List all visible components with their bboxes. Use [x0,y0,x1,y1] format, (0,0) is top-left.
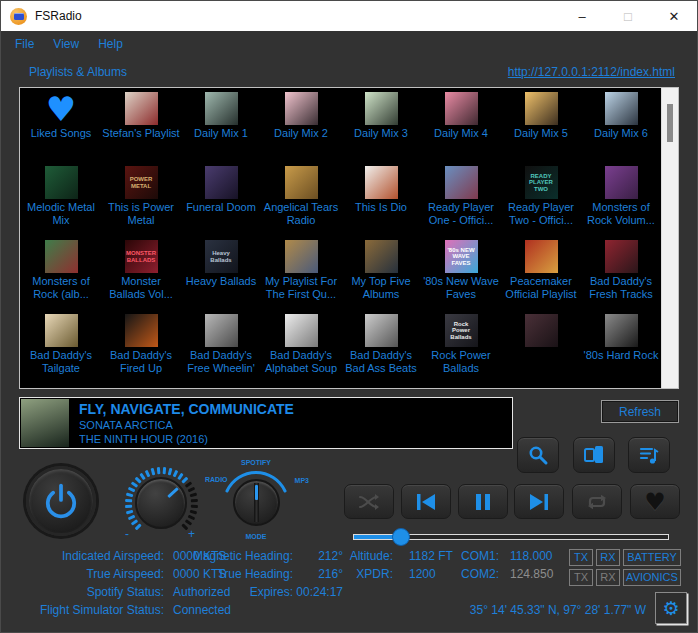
album-art [285,314,318,347]
album-art [285,166,318,199]
pause-button[interactable] [458,484,508,519]
playlist-tile[interactable]: Peacemaker Official Playlist [501,237,581,311]
album-art [525,240,558,273]
volume-knob[interactable]: - + [121,463,201,543]
playlist-tile-label: Angelical Tears Radio [262,201,340,227]
playlist-tile[interactable]: READY PLAYER TWO Ready Player Two - Offi… [501,163,581,237]
playlist-tile-label: Ready Player Two - Offici... [502,201,580,227]
altitude-status-column: Altitude:1182 FTXPDR:1200 [331,548,453,584]
index-url-link[interactable]: http://127.0.0.1:2112/index.html [508,65,675,79]
playlist-tile[interactable]: '80s Hard Rock [581,311,661,385]
playlist-tile[interactable]: Angelical Tears Radio [261,163,341,237]
playlist-tile-label: Daily Mix 3 [354,127,408,140]
next-button[interactable] [514,484,564,519]
playlist-tile[interactable]: Daily Mix 3 [341,89,421,163]
album-art: READY PLAYER TWO [525,166,558,199]
playlist-tile-label: Ready Player One - Offici... [422,201,500,227]
status-row: Expires:00:24:17 [151,584,343,602]
album-art [525,92,558,125]
power-button[interactable] [26,466,96,536]
playlist-tile[interactable]: '80s NEW WAVE FAVES '80s New Wave Faves [421,237,501,311]
playlist-tile[interactable]: Funeral Doom [181,163,261,237]
settings-button[interactable]: ⚙ [655,592,687,624]
playlist-tile[interactable]: Daily Mix 1 [181,89,261,163]
minimize-button[interactable]: – [559,1,605,31]
playlist-tile-label: Peacemaker Official Playlist [502,275,580,301]
power-icon [39,479,83,523]
app-icon [10,8,27,25]
playlist-tile[interactable]: Bad Daddy's Alphabet Soup [261,311,341,385]
playlist-tile[interactable]: Bad Daddy's Bad Ass Beats [341,311,421,385]
playlist-tile-label: Monster Ballads Vol... [102,275,180,301]
avionics-indicator: AVIONICS [623,569,681,586]
playlist-tile[interactable]: Stefan's Playlist [101,89,181,163]
vertical-scrollbar[interactable] [661,88,678,388]
rx-indicator: RX [596,549,620,566]
fsradio-window: FSRadio – □ ✕ File View Help Playlists &… [0,0,698,633]
menu-view[interactable]: View [53,37,79,51]
volume-knob-dial[interactable] [135,477,187,529]
playlist-tile[interactable]: My Top Five Albums [341,237,421,311]
track-title: FLY, NAVIGATE, COMMUNICATE [79,401,294,417]
playlist-tile[interactable]: Melodic Metal Mix [21,163,101,237]
menu-help[interactable]: Help [98,37,123,51]
mode-knob[interactable]: SPOTIFY RADIO MP3 MODE [206,459,306,539]
shuffle-button[interactable] [344,484,394,519]
mode-knob-dial[interactable] [233,479,280,526]
playlist-tile[interactable]: ♥ Liked Songs [21,89,101,163]
playlist-tile-label: Bad Daddy's Bad Ass Beats [342,349,420,375]
album-art [45,166,78,199]
playlist-tile[interactable]: Daily Mix 4 [421,89,501,163]
playlist-tile[interactable]: Ready Player One - Offici... [421,163,501,237]
slider-thumb[interactable] [392,528,410,546]
previous-button[interactable] [401,484,451,519]
playlist-tile[interactable]: Daily Mix 2 [261,89,341,163]
playlist-tile[interactable]: Monsters of Rock (alb... [21,237,101,311]
playlist-tile[interactable]: Monsters of Rock Volum... [581,163,661,237]
mode-label: MODE [206,533,306,540]
status-row: Altitude:1182 FT [331,548,453,566]
album-art [45,240,78,273]
playlist-tile[interactable]: My Playlist For The First Qu... [261,237,341,311]
playlist-tile-label: Heavy Ballads [186,275,256,288]
album-art [45,314,78,347]
playlist-tile[interactable]: Daily Mix 5 [501,89,581,163]
album-art [285,240,318,273]
title-bar: FSRadio – □ ✕ [1,1,697,31]
album-art: POWER METAL [125,166,158,199]
volume-minus-label: - [125,527,129,541]
close-button[interactable]: ✕ [651,1,697,31]
repeat-button[interactable] [572,484,622,519]
devices-button[interactable] [573,437,615,473]
gear-icon: ⚙ [662,599,679,618]
favorite-button[interactable]: ♥ [630,484,680,519]
search-button[interactable] [517,437,559,473]
playlist-tile[interactable]: Bad Daddy's Fresh Tracks [581,237,661,311]
playlist-tile[interactable]: This Is Dio [341,163,421,237]
playlist-tile[interactable]: Bad Daddy's Free Wheelin' [181,311,261,385]
repeat-icon [585,492,609,512]
playlist-tile[interactable] [501,311,581,385]
playlist-tile-label: Daily Mix 2 [274,127,328,140]
playlist-tile[interactable]: Daily Mix 6 [581,89,661,163]
scrollbar-thumb[interactable] [667,104,673,142]
playlist-tile[interactable]: Bad Daddy's Tailgate [21,311,101,385]
maximize-button[interactable]: □ [605,1,651,31]
playlists-albums-label: Playlists & Albums [29,65,127,79]
playlist-tile[interactable]: Bad Daddy's Fired Up [101,311,181,385]
playlist-tile[interactable]: Rock Power Ballads Rock Power Ballads [421,311,501,385]
playlist-tile[interactable]: POWER METAL This is Power Metal [101,163,181,237]
status-row: XPDR:1200 [331,566,453,584]
playlist-tile[interactable]: Heavy Ballads Heavy Ballads [181,237,261,311]
playlist-tile-label: This Is Dio [355,201,407,214]
playlist-tile[interactable]: MONSTER BALLADS Monster Ballads Vol... [101,237,181,311]
queue-music-icon [637,443,661,467]
album-art [365,92,398,125]
status-row: COM1:118.000 [441,548,553,566]
playlist-tile-label: Bad Daddy's Alphabet Soup [262,349,340,375]
refresh-button[interactable]: Refresh [601,400,679,423]
queue-button[interactable] [628,437,670,473]
devices-icon [582,443,606,467]
menu-file[interactable]: File [15,37,34,51]
playlist-tile-label: Monsters of Rock (alb... [22,275,100,301]
